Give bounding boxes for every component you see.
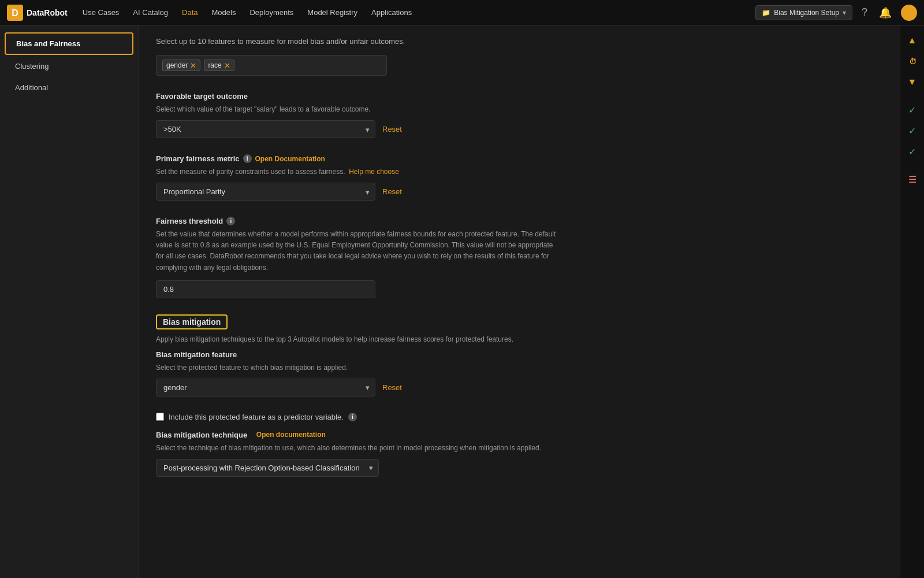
bias-mitigation-technique-desc: Select the technique of bias mitigation … — [156, 443, 882, 453]
svg-text:D: D — [12, 8, 18, 18]
include-predictor-checkbox[interactable] — [156, 413, 164, 421]
chevron-down-icon[interactable]: ▼ — [903, 73, 922, 91]
primary-fairness-select[interactable]: Proportional Parity — [156, 183, 375, 201]
include-predictor-row: Include this protected feature as a pred… — [156, 413, 882, 421]
favorable-target-label: Favorable target outcome — [156, 92, 882, 101]
notification-button[interactable]: 🔔 — [877, 4, 894, 21]
nav-deployments[interactable]: Deployments — [244, 5, 299, 20]
check3-icon[interactable]: ✓ — [903, 142, 922, 161]
favorable-target-row: >50K Reset — [156, 120, 882, 138]
project-name: Bias Mitigation Setup — [774, 9, 839, 17]
check1-icon[interactable]: ✓ — [903, 101, 922, 119]
favorable-target-desc: Select which value of the target "salary… — [156, 104, 882, 114]
list-icon[interactable]: ☰ — [903, 170, 922, 188]
include-predictor-info-icon[interactable]: i — [348, 413, 357, 421]
tag-race: race ✕ — [204, 60, 234, 71]
right-panel: ▲ ⏱ ▼ ✓ ✓ ✓ ☰ — [900, 25, 924, 578]
logo[interactable]: D DataRobot — [7, 5, 68, 21]
tag-race-remove[interactable]: ✕ — [224, 62, 230, 69]
content-area: Select up to 10 features to measure for … — [139, 25, 900, 578]
favorable-target-section: Favorable target outcome Select which va… — [156, 92, 882, 138]
main-layout: Bias and Fairness Clustering Additional … — [0, 25, 924, 578]
tag-gender-remove[interactable]: ✕ — [190, 62, 196, 69]
fairness-threshold-section: Fairness threshold i Set the value that … — [156, 217, 882, 298]
tag-gender: gender ✕ — [162, 60, 200, 71]
bias-mitigation-feature-row: gender Reset — [156, 379, 882, 397]
nav-models[interactable]: Models — [206, 5, 242, 20]
nav-ai-catalog[interactable]: AI Catalog — [127, 5, 174, 20]
favorable-target-select[interactable]: >50K — [156, 120, 375, 138]
help-button[interactable]: ? — [859, 4, 870, 21]
fairness-threshold-info-icon[interactable]: i — [226, 217, 235, 225]
sidebar: Bias and Fairness Clustering Additional — [0, 25, 139, 578]
project-selector[interactable]: 📁 Bias Mitigation Setup ▾ — [755, 5, 852, 20]
bias-mitigation-feature-dropdown-wrapper: gender — [156, 379, 375, 397]
top-navigation: D DataRobot Use Cases AI Catalog Data Mo… — [0, 0, 924, 25]
bias-mitigation-desc: Apply bias mitigation techniques to the … — [156, 334, 882, 344]
help-me-choose-link[interactable]: Help me choose — [349, 168, 399, 176]
bias-mitigation-section: Bias mitigation Apply bias mitigation te… — [156, 314, 882, 477]
timer-icon[interactable]: ⏱ — [903, 52, 922, 71]
primary-fairness-reset[interactable]: Reset — [382, 187, 402, 196]
user-avatar[interactable] — [901, 5, 917, 21]
primary-fairness-desc: Set the measure of parity constraints us… — [156, 166, 882, 177]
primary-fairness-info-icon[interactable]: i — [243, 154, 252, 163]
nav-applications[interactable]: Applications — [366, 5, 418, 20]
protected-features-tags[interactable]: gender ✕ race ✕ — [156, 55, 387, 76]
primary-fairness-dropdown-wrapper: Proportional Parity — [156, 183, 375, 201]
bias-mitigation-feature-reset[interactable]: Reset — [382, 383, 402, 392]
sidebar-item-clustering[interactable]: Clustering — [5, 56, 133, 76]
nav-links: Use Cases AI Catalog Data Models Deploym… — [77, 5, 752, 20]
bias-mitigation-technique-doc-link[interactable]: Open documentation — [256, 431, 326, 439]
bias-mitigation-technique-dropdown-wrapper: Post-processing with Rejection Option-ba… — [156, 459, 379, 477]
logo-text: DataRobot — [27, 8, 68, 17]
protected-features-section: Select up to 10 features to measure for … — [156, 37, 882, 76]
primary-fairness-label: Primary fairness metric i Open Documenta… — [156, 154, 882, 163]
check2-icon[interactable]: ✓ — [903, 121, 922, 140]
protected-features-intro: Select up to 10 features to measure for … — [156, 37, 882, 46]
bias-mitigation-technique-select[interactable]: Post-processing with Rejection Option-ba… — [156, 459, 379, 477]
sidebar-item-bias-fairness[interactable]: Bias and Fairness — [5, 32, 133, 55]
favorable-target-dropdown-wrapper: >50K — [156, 120, 375, 138]
primary-fairness-open-doc[interactable]: Open Documentation — [255, 155, 325, 163]
primary-fairness-row: Proportional Parity Reset — [156, 183, 882, 201]
primary-fairness-section: Primary fairness metric i Open Documenta… — [156, 154, 882, 201]
sidebar-item-additional[interactable]: Additional — [5, 77, 133, 98]
nav-data[interactable]: Data — [176, 5, 203, 20]
fairness-threshold-label: Fairness threshold i — [156, 217, 882, 225]
bias-mitigation-feature-select[interactable]: gender — [156, 379, 375, 397]
bias-mitigation-technique-block: Bias mitigation technique Open documenta… — [156, 431, 882, 477]
fairness-threshold-input[interactable] — [156, 280, 375, 298]
fairness-threshold-desc: Set the value that determines whether a … — [156, 229, 560, 273]
bias-mitigation-feature-block: Bias mitigation feature Select the prote… — [156, 350, 882, 397]
favorable-target-reset[interactable]: Reset — [382, 125, 402, 134]
bias-mitigation-technique-label: Bias mitigation technique Open documenta… — [156, 431, 882, 439]
bias-mitigation-feature-label: Bias mitigation feature — [156, 350, 882, 359]
nav-model-registry[interactable]: Model Registry — [301, 5, 363, 20]
chevron-up-icon[interactable]: ▲ — [903, 31, 922, 50]
bias-mitigation-feature-desc: Select the protected feature to which bi… — [156, 362, 882, 373]
include-predictor-label[interactable]: Include this protected feature as a pred… — [169, 413, 344, 421]
nav-use-cases[interactable]: Use Cases — [77, 5, 125, 20]
bias-mitigation-header: Bias mitigation — [156, 314, 228, 329]
topnav-right: 📁 Bias Mitigation Setup ▾ ? 🔔 — [755, 4, 917, 21]
